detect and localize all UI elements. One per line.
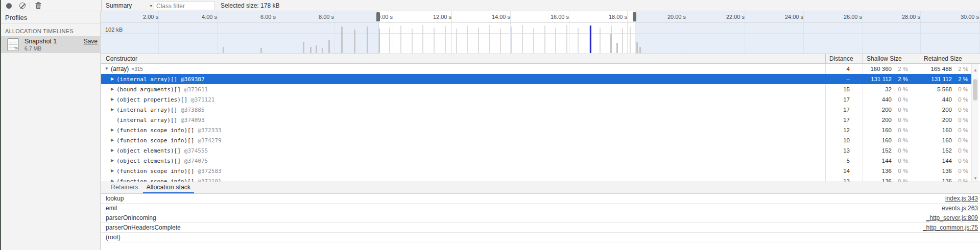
record-button[interactable]: [3, 0, 14, 11]
stack-source-link[interactable]: index.js:343: [945, 194, 978, 203]
retained-size-percent: 2 %: [952, 64, 968, 74]
object-id: @374075: [184, 158, 208, 164]
allocation-timeline-overview[interactable]: 102 kB 2.00 s4.00 s6.00 s8.00 s0.00 s12.…: [101, 11, 980, 54]
constructor-name: (internal array)[]: [116, 117, 177, 123]
profiles-sidebar: Profiles ALLOCATION TIMELINES % Snapshot…: [0, 11, 101, 250]
expand-arrow-icon[interactable]: ▶: [110, 94, 115, 105]
shallow-size-value: 440: [854, 94, 892, 105]
shallow-size-percent: 0 %: [892, 84, 908, 94]
column-header-distance[interactable]: Distance: [825, 54, 863, 63]
constructor-cell: ▶ (function scope info)[]@372333: [101, 125, 817, 135]
stack-source-link[interactable]: _http_common.js:75: [923, 223, 978, 232]
expand-arrow-icon[interactable]: ▶: [110, 84, 115, 94]
table-row[interactable]: (internal array)[]@374093 17 200 0 % 200…: [101, 115, 971, 125]
expand-arrow-icon[interactable]: ▶: [110, 176, 115, 182]
expand-arrow-icon[interactable]: ▼: [104, 64, 109, 74]
retained-size-cell: 165 488 2 %: [911, 64, 971, 74]
ruler-tick-label: 30.00 s: [961, 14, 979, 20]
stack-frame-row: parserOnHeadersComplete _http_common.js:…: [101, 223, 980, 233]
timeline-gridline: [862, 11, 863, 54]
ruler-tick-label: 28.00 s: [902, 14, 920, 20]
retained-size-cell: 144 0 %: [911, 156, 971, 166]
retained-size-cell: 200 0 %: [911, 115, 971, 125]
column-header-constructor[interactable]: Constructor: [101, 54, 825, 63]
stack-source-link[interactable]: _http_server.js:809: [926, 213, 978, 222]
expand-arrow-icon[interactable]: ▶: [110, 125, 115, 135]
allocation-bar: [622, 28, 623, 53]
constructor-name: (function scope info)[]: [116, 127, 194, 134]
expand-arrow-icon[interactable]: ▶: [110, 156, 115, 166]
shallow-size-percent: 0 %: [892, 125, 908, 135]
scroll-up-arrow-icon[interactable]: ▲: [972, 68, 979, 72]
retained-size-cell: 200 0 %: [911, 105, 971, 115]
expand-arrow-icon[interactable]: ▶: [110, 166, 115, 176]
save-link[interactable]: Save: [84, 38, 98, 45]
table-row[interactable]: ▶ (internal array)[]@373885 17 200 0 % 2…: [101, 105, 971, 115]
expand-arrow-icon[interactable]: ▶: [110, 145, 115, 156]
table-row[interactable]: ▼ (array)×315 4 160 360 2 % 165 488 2 %: [101, 64, 971, 74]
retained-size-cell: 136 0 %: [911, 176, 971, 182]
retained-size-value: 200: [911, 105, 952, 115]
tab-retainers[interactable]: Retainers: [107, 182, 142, 193]
expand-arrow-icon[interactable]: ▶: [110, 135, 115, 145]
shallow-size-cell: 152 0 %: [854, 145, 911, 156]
shallow-size-value: 200: [854, 105, 892, 115]
distance-value: 10: [817, 135, 854, 145]
grid-scrollbar[interactable]: ▲ ▼: [971, 64, 978, 182]
shallow-size-percent: 0 %: [892, 115, 908, 125]
ruler-tick-label: 26.00 s: [844, 14, 862, 20]
allocation-bar: [555, 28, 556, 53]
expand-arrow-icon[interactable]: ▶: [110, 105, 115, 115]
column-header-shallow-size[interactable]: Shallow Size: [863, 54, 920, 63]
shallow-size-percent: 0 %: [892, 156, 908, 166]
constructor-name: (object properties)[]: [116, 96, 187, 103]
table-row[interactable]: ▶ (internal array)[]@369387 – 131 112 2 …: [101, 74, 971, 84]
table-row[interactable]: ▶ (function scope info)[]@372101 13 136 …: [101, 176, 971, 182]
table-row[interactable]: ▶ (object properties)[]@371121 17 440 0 …: [101, 94, 971, 105]
allocation-stack-pane: lookup index.js:343 emit events.js:263 p…: [101, 194, 980, 250]
scroll-down-arrow-icon[interactable]: ▼: [972, 176, 979, 181]
timeline-gridline: [276, 11, 276, 54]
perspective-dropdown[interactable]: Summary ▼: [106, 0, 153, 11]
stack-function-name: lookup: [106, 194, 124, 203]
table-row[interactable]: ▶ (function scope info)[]@374279 10 160 …: [101, 135, 971, 145]
constructor-name: (internal array)[]: [116, 76, 177, 83]
ruler-tick-label: 8.00 s: [319, 14, 334, 20]
tab-allocation-stack[interactable]: Allocation stack: [143, 182, 195, 193]
table-row[interactable]: ▶ (bound arguments)[]@373611 15 32 0 % 5…: [101, 84, 971, 94]
table-row[interactable]: ▶ (object elements)[]@374075 5 144 0 % 1…: [101, 156, 971, 166]
allocation-bar: [260, 48, 262, 53]
scrollbar-thumb[interactable]: [973, 79, 977, 101]
shallow-size-percent: 0 %: [892, 135, 908, 145]
trash-icon: [35, 2, 41, 9]
class-filter-input[interactable]: [154, 2, 215, 10]
allocation-bar: [522, 25, 523, 53]
stack-source-link[interactable]: events.js:263: [942, 204, 978, 213]
memory-axis-label: 102 kB: [105, 27, 123, 33]
retained-size-cell: 152 0 %: [911, 145, 971, 156]
shallow-size-cell: 200 0 %: [854, 115, 911, 125]
timeline-gridline: [745, 11, 745, 54]
object-id: @372101: [198, 178, 221, 182]
selection-right-handle[interactable]: [633, 12, 636, 21]
heap-grid-body: ▼ (array)×315 4 160 360 2 % 165 488 2 % …: [101, 64, 980, 182]
timeline-gridline: [569, 11, 569, 54]
timeline-gridline: [920, 11, 921, 54]
delete-profile-button[interactable]: [33, 0, 44, 11]
timeline-gridline: [803, 11, 804, 54]
table-row[interactable]: ▶ (function scope info)[]@372333 12 160 …: [101, 125, 971, 135]
retained-size-value: 160: [911, 135, 952, 145]
object-id: @369387: [181, 76, 204, 83]
expand-arrow-icon[interactable]: ▶: [110, 74, 115, 84]
shallow-size-percent: 0 %: [892, 166, 908, 176]
constructor-name: (array): [111, 65, 129, 72]
sidebar-item-snapshot-1[interactable]: % Snapshot 1 6.7 MB Save: [0, 36, 100, 53]
table-row[interactable]: ▶ (object elements)[]@374555 13 152 0 % …: [101, 145, 971, 156]
clear-profiles-button[interactable]: [17, 0, 28, 11]
table-row[interactable]: ▶ (function scope info)[]@372583 14 136 …: [101, 166, 971, 176]
timeline-gridline: [451, 11, 452, 54]
column-header-retained-size[interactable]: Retained Size: [920, 54, 980, 63]
allocation-bar: [354, 30, 355, 53]
constructor-cell: ▶ (object properties)[]@371121: [101, 94, 817, 105]
selection-left-handle[interactable]: [376, 12, 380, 21]
